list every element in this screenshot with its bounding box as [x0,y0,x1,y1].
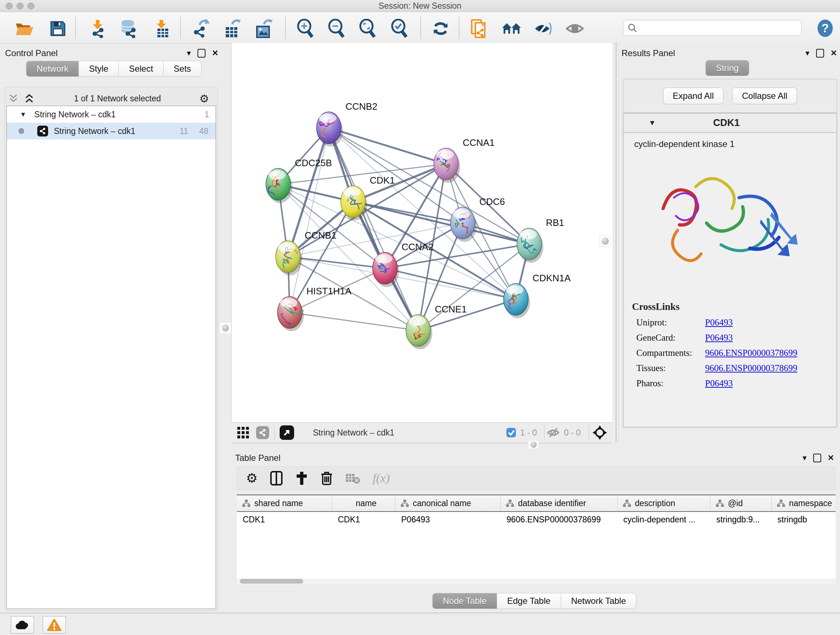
panel-float-icon[interactable] [813,454,821,462]
collapse-all-icon[interactable] [7,93,19,103]
tab-select[interactable]: Select [118,61,164,77]
table-cell[interactable]: 9606.ENSP00000378699 [501,515,617,524]
vertical-splitter-handle[interactable] [219,322,231,334]
help-button[interactable]: ? [817,19,834,37]
crosslink-link[interactable]: 9606.ENSP00000378699 [705,348,797,358]
tab-string[interactable]: String [706,60,749,76]
panel-menu-icon[interactable]: ▾ [806,49,810,58]
tab-network[interactable]: Network [26,61,79,77]
export-network-button[interactable] [191,19,211,39]
export-table-button[interactable] [222,19,242,39]
collection-expand-icon[interactable]: ▼ [20,111,27,119]
table-cell[interactable]: CDK1 [332,515,395,524]
network-view-canvas[interactable]: CCNB2CCNA1CDC25BCDK1CDC6RB1CCNB1CCNA2CDK… [232,43,613,422]
network-edge[interactable] [329,128,529,244]
tab-style[interactable]: Style [79,61,118,77]
zoom-selected-button[interactable] [389,19,409,39]
network-collection-row[interactable]: ▼ String Network – cdk1 1 [7,106,216,123]
hidden-eye-icon[interactable] [546,427,561,438]
panel-close-icon[interactable]: ✕ [212,49,218,58]
network-edge[interactable] [385,268,516,299]
search-input[interactable] [637,23,794,33]
network-view-mode-icon[interactable] [256,426,269,439]
column-header-namespace[interactable]: namespace [772,495,836,511]
network-edge[interactable] [290,312,418,331]
function-builder-icon[interactable]: f(x) [373,471,390,485]
show-graphics-button[interactable] [565,19,585,39]
network-node-RB1[interactable]: RB1 [517,217,564,263]
open-file-button[interactable] [14,19,35,39]
network-edge[interactable] [418,299,516,331]
tab-network-table[interactable]: Network Table [561,593,637,609]
column-header-shared-name[interactable]: shared name [237,495,332,511]
results-splitter-handle[interactable] [600,235,611,247]
network-from-selection-button[interactable] [469,19,489,39]
zoom-in-button[interactable] [295,19,316,39]
import-table-file-button[interactable] [152,19,172,39]
refresh-button[interactable] [431,19,451,39]
network-row[interactable]: String Network – cdk1 11 48 [7,123,216,139]
panel-menu-icon[interactable]: ▾ [187,49,191,58]
panel-float-icon[interactable] [816,49,824,57]
table-cell[interactable]: stringdb:9... [711,515,772,524]
detach-view-icon[interactable] [279,425,294,440]
table-row[interactable]: CDK1CDK1P064939606.ENSP00000378699cyclin… [237,512,836,527]
delete-trash-icon[interactable] [321,470,333,486]
panel-close-icon[interactable]: ✕ [831,49,837,58]
crosslink-link[interactable]: P06493 [705,318,733,328]
table-horizontal-scrollbar[interactable] [237,578,836,584]
birdseye-crosshair-icon[interactable] [592,424,608,440]
network-node-CDK1[interactable]: CDK1 [341,175,395,220]
network-node-CCNA1[interactable]: CCNA1 [434,137,494,183]
tab-node-table[interactable]: Node Table [432,593,497,609]
two-houses-button[interactable] [501,19,522,39]
crosslink-link[interactable]: P06493 [705,333,733,343]
warnings-button[interactable] [43,616,66,633]
column-header-description[interactable]: description [617,495,711,511]
expand-all-button[interactable]: Expand All [663,88,723,104]
collapse-arrow-icon[interactable]: ▼ [649,119,656,127]
network-graph[interactable]: CCNB2CCNA1CDC25BCDK1CDC6RB1CCNB1CCNA2CDK… [232,43,613,422]
save-session-button[interactable] [48,19,68,39]
export-image-button[interactable] [253,19,273,39]
table-settings-gear-icon[interactable]: ⚙ [246,470,257,486]
table-cell[interactable]: cyclin-dependent ... [617,515,711,524]
zoom-fit-button[interactable] [357,19,378,39]
expand-all-icon[interactable] [23,93,35,103]
network-node-CDKN1A[interactable]: CDKN1A [504,272,571,318]
tab-sets[interactable]: Sets [164,61,202,77]
network-edge[interactable] [329,128,446,164]
add-column-icon[interactable] [295,471,308,486]
collapse-all-button[interactable]: Collapse All [732,88,797,104]
panel-float-icon[interactable] [197,49,205,57]
crosslink-link[interactable]: 9606.ENSP00000378699 [705,363,797,373]
column-header-@id[interactable]: @id [711,495,772,511]
search-field[interactable] [623,20,802,36]
table-cell[interactable]: stringdb [772,515,836,524]
zoom-out-button[interactable] [326,19,347,39]
import-network-file-button[interactable] [88,19,109,39]
grid-mode-icon[interactable] [237,426,249,439]
protein-card-header[interactable]: ▼ CDK1 [623,113,837,133]
scrollbar-thumb[interactable] [240,579,303,584]
column-header-database-identifier[interactable]: database identifier [501,495,617,511]
import-network-database-button[interactable] [118,19,139,39]
show-columns-icon[interactable] [270,470,283,486]
table-cell[interactable]: P06493 [395,515,501,524]
table-splitter-handle[interactable] [528,440,539,449]
delete-table-icon[interactable] [345,472,360,484]
network-edge[interactable] [288,257,385,268]
network-node-CDC25B[interactable]: CDC25B [266,157,332,203]
node-table[interactable]: shared namenamecanonical namedatabase id… [237,494,836,584]
network-node-CCNE1[interactable]: CCNE1 [406,304,467,349]
hide-graphics-button[interactable] [533,19,554,39]
network-edge[interactable] [329,128,418,331]
tab-edge-table[interactable]: Edge Table [497,593,561,609]
panel-menu-icon[interactable]: ▾ [803,453,807,463]
table-cell[interactable]: CDK1 [237,515,332,524]
column-header-canonical-name[interactable]: canonical name [395,495,501,511]
column-header-name[interactable]: name [332,495,395,511]
panel-close-icon[interactable]: ✕ [828,453,834,463]
crosslink-link[interactable]: P06493 [705,378,733,388]
cloud-status-button[interactable] [11,616,34,633]
